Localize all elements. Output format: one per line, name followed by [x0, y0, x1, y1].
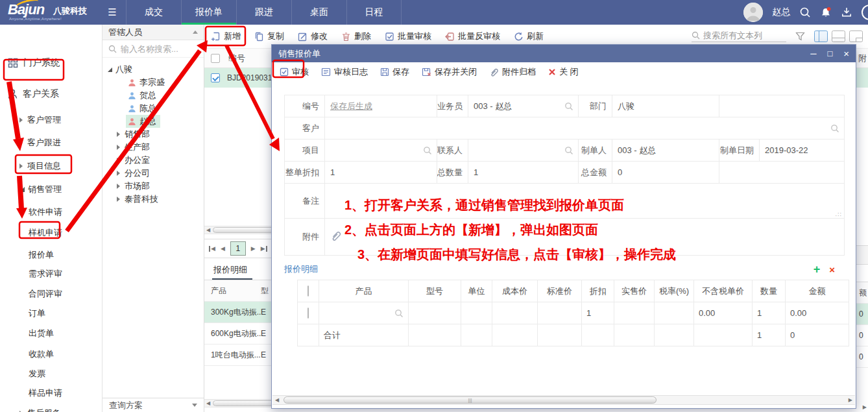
sidebar-item-customer-follow[interactable]: 客户跟进	[19, 137, 61, 149]
batch-unaudit-button[interactable]: 批量反审核	[445, 30, 500, 42]
unit-cell[interactable]	[461, 302, 492, 324]
std-price-cell[interactable]	[538, 302, 582, 324]
save-close-button[interactable]: 保存并关闭	[422, 66, 477, 78]
audit-button[interactable]: 审核	[280, 66, 309, 78]
tree-node-dept[interactable]: 市场部	[102, 180, 204, 193]
tree-node-dept[interactable]: 分公司	[102, 167, 204, 180]
sidebar-item-customer-mgmt[interactable]: 客户管理	[19, 114, 61, 126]
edit-button[interactable]: 修改	[298, 30, 328, 42]
sidebar-item-contract-review[interactable]: 合同评审	[29, 288, 62, 300]
attachment-archive-button[interactable]: 附件归档	[489, 66, 536, 78]
delete-row-icon[interactable]: ×	[829, 265, 835, 274]
product-cell[interactable]	[319, 302, 409, 324]
contact-field[interactable]	[468, 139, 579, 162]
tree-node-person[interactable]: 李宗盛	[102, 76, 204, 89]
remark-field[interactable]: .::	[325, 184, 845, 219]
dialog-horizontal-scrollbar[interactable]: ◀ ▶	[272, 395, 855, 405]
add-button[interactable]: 新增	[211, 30, 241, 42]
discount-cell[interactable]: 1	[582, 302, 614, 324]
sidebar-item-demand-review[interactable]: 需求评审	[29, 268, 62, 280]
scroll-right-arrow[interactable]: ▶	[863, 404, 867, 410]
sidebar-item-shipment[interactable]: 出货单	[29, 328, 54, 339]
select-all-checkbox[interactable]	[211, 54, 220, 63]
nav-tab-schedule[interactable]: 日程	[346, 0, 402, 25]
scroll-left-arrow[interactable]: ◀	[206, 227, 210, 233]
next-page-button[interactable]: ▶	[251, 245, 256, 252]
department-field[interactable]: 八骏	[612, 95, 719, 117]
model-cell[interactable]	[409, 302, 461, 324]
prev-page-button[interactable]: ◀	[221, 245, 225, 252]
tree-node-person[interactable]: 贺总	[102, 89, 204, 102]
attachment-field[interactable]	[325, 219, 845, 256]
refresh-button[interactable]: 刷新	[514, 30, 544, 42]
audit-log-button[interactable]: 审核日志	[321, 66, 368, 78]
nav-tab-followup[interactable]: 跟进	[236, 0, 291, 25]
sidebar-item-order[interactable]: 订单	[29, 308, 45, 319]
lookup-icon[interactable]	[394, 309, 404, 318]
close-button[interactable]: 关 闭	[548, 66, 579, 78]
sidebar-item-crm[interactable]: 客户关系	[8, 88, 59, 100]
make-date-field[interactable]: 2019-03-22	[760, 139, 845, 162]
first-page-button[interactable]: ◀	[209, 245, 215, 252]
lookup-icon[interactable]	[830, 124, 839, 133]
search-icon[interactable]	[799, 6, 811, 18]
salesman-field[interactable]: 003 - 赵总	[468, 95, 579, 117]
tree-search-input[interactable]	[121, 44, 193, 54]
row-checkbox[interactable]	[307, 308, 309, 319]
detail-row[interactable]: 600Kg电动振... E	[204, 323, 271, 345]
detail-row-selected[interactable]: 300Kg电动振... E	[204, 302, 271, 323]
scroll-left-arrow[interactable]: ◀	[275, 397, 279, 403]
row-checkbox-checked[interactable]	[211, 73, 220, 82]
customer-field[interactable]	[325, 117, 845, 139]
delete-button[interactable]: 删除	[341, 30, 371, 42]
copy-button[interactable]: 复制	[254, 30, 284, 42]
paperclip-icon[interactable]	[330, 230, 341, 242]
close-icon[interactable]: ×	[843, 48, 849, 59]
layout-corner-icon[interactable]	[849, 30, 863, 42]
tree-node-dept[interactable]: 泰普科技	[102, 193, 204, 206]
sidebar-item-project-info[interactable]: 项目信息	[19, 160, 61, 172]
sidebar-item-prototype-request[interactable]: 样机申请	[29, 227, 62, 239]
collapse-icon[interactable]	[193, 30, 198, 34]
user-avatar[interactable]	[743, 3, 763, 22]
nav-tab-quotation[interactable]: 报价单	[181, 0, 236, 25]
sidebar-item-quotation[interactable]: 报价单	[29, 249, 54, 261]
select-all-checkbox[interactable]	[307, 285, 309, 297]
detail-row[interactable]: 1吨台电动振... E	[204, 345, 271, 366]
lookup-icon[interactable]	[423, 146, 432, 155]
sidebar-item-invoice[interactable]: 发票	[29, 368, 45, 380]
sidebar-item-sample-request[interactable]: 样品申请	[29, 387, 62, 399]
tree-node-dept[interactable]: 销售部	[102, 128, 204, 141]
save-button[interactable]: 保存	[380, 66, 409, 78]
untaxed-price-cell[interactable]: 0.00	[694, 302, 753, 324]
horizontal-scrollbar[interactable]: ◀	[204, 399, 271, 407]
sidebar-item-receipt[interactable]: 收款单	[29, 348, 54, 360]
cost-price-cell[interactable]	[492, 302, 538, 324]
query-plan-footer[interactable]: 查询方案	[102, 398, 204, 412]
tree-node-dept[interactable]: 办公室	[102, 154, 204, 167]
layout-bottom-icon[interactable]	[832, 30, 845, 42]
tree-node-person[interactable]: 陈总	[102, 102, 204, 115]
sidebar-item-sales-mgmt[interactable]: 销售管理	[19, 184, 62, 195]
scrollbar-thumb[interactable]	[283, 396, 657, 404]
maximize-icon[interactable]: □	[827, 49, 832, 58]
detail-tab[interactable]: 报价明细	[204, 263, 271, 280]
hamburger-menu-icon[interactable]: ☰	[105, 6, 119, 18]
current-page-box[interactable]: 1	[230, 241, 246, 256]
download-icon[interactable]	[841, 6, 852, 18]
filter-funnel-icon[interactable]	[795, 32, 805, 41]
grid-search-input[interactable]	[703, 30, 786, 40]
scrollbar-thumb[interactable]	[213, 400, 271, 406]
sidebar-item-software-request[interactable]: 软件申请	[29, 206, 62, 218]
scrollbar-thumb[interactable]	[213, 227, 271, 233]
scroll-left-arrow[interactable]: ◀	[206, 400, 210, 406]
minimize-icon[interactable]: ─	[810, 49, 816, 58]
lookup-icon[interactable]	[564, 102, 573, 111]
tree-node-dept[interactable]: 生产部	[102, 141, 204, 154]
scroll-right-arrow[interactable]: ▶	[849, 397, 852, 403]
qty-cell[interactable]: 1	[753, 302, 786, 324]
sidebar-item-aftersales[interactable]: 售后服务	[19, 407, 61, 412]
discount-field[interactable]: 1	[325, 162, 437, 184]
user-name[interactable]: 赵总	[772, 6, 790, 18]
batch-audit-button[interactable]: 批量审核	[385, 30, 431, 42]
